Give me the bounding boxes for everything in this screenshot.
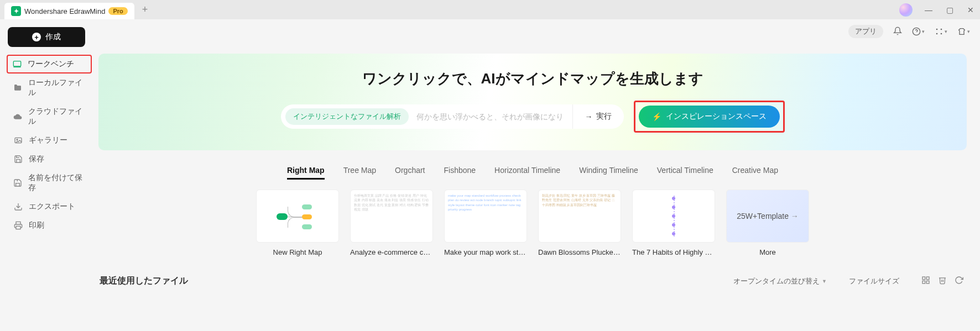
inspiration-button[interactable]: ⚡ インスピレーションスペース: [639, 106, 780, 128]
sort-label: オープンタイムの並び替え: [733, 276, 820, 286]
template-card[interactable]: 分析电商文案 品牌 产品 价格 促销 渠道 用户 转化 流量 内容 标题 卖点 …: [350, 190, 433, 256]
ai-prompt-input[interactable]: [409, 112, 572, 121]
filesize-dropdown[interactable]: ファイルサイズ: [849, 276, 899, 286]
chevron-down-icon: ▼: [822, 279, 827, 284]
execute-button[interactable]: → 実行: [572, 104, 624, 129]
template-tabs: Right MapTree MapOrgchartFishboneHorizon…: [98, 166, 967, 180]
template-label: More: [726, 248, 809, 256]
close-button[interactable]: ✕: [966, 6, 976, 14]
svg-point-8: [936, 29, 938, 30]
shirt-menu[interactable]: ▾: [957, 27, 970, 36]
minimize-button[interactable]: —: [924, 6, 934, 14]
template-label: Dawn Blossoms Plucked at...: [538, 248, 621, 256]
sort-dropdown[interactable]: オープンタイムの並び替え ▼: [733, 276, 827, 286]
template-tab[interactable]: Tree Map: [343, 166, 376, 180]
create-label: 作成: [45, 32, 61, 42]
help-menu[interactable]: ▾: [912, 27, 925, 36]
template-card[interactable]: The 7 Habits of Highly Effe...: [632, 190, 715, 256]
svg-rect-12: [922, 277, 925, 280]
svg-rect-5: [16, 226, 20, 229]
svg-point-11: [941, 33, 942, 35]
sidebar-item-label: エクスポート: [29, 202, 75, 212]
recent-files-bar: 最近使用したファイル オープンタイムの並び替え ▼ ファイルサイズ: [98, 275, 967, 287]
top-icon-row: アプリ ▾ ▾ ▾: [848, 25, 970, 38]
main-area: アプリ ▾ ▾ ▾ ワンクリックで、AIがマインドマップを生成します イ: [98, 19, 980, 331]
template-thumb: 25W+Template →: [726, 190, 809, 243]
folder-icon: [13, 83, 23, 93]
template-thumb: 朝花夕拾 鲁迅 回忆 童年 故乡 百草园 三味书屋 藤野先生 范爱农 阿长 山海…: [538, 190, 621, 243]
template-tab[interactable]: Right Map: [287, 166, 325, 180]
more-text: 25W+Template →: [737, 212, 799, 220]
plus-circle-icon: +: [32, 33, 41, 41]
bell-icon[interactable]: [893, 27, 902, 37]
grid-view-icon[interactable]: [921, 276, 930, 287]
template-card[interactable]: 朝花夕拾 鲁迅 回忆 童年 故乡 百草园 三味书屋 藤野先生 范爱农 阿长 山海…: [538, 190, 621, 256]
template-label: The 7 Habits of Highly Effe...: [632, 248, 715, 256]
sidebar-item-2[interactable]: クラウドファイル: [8, 102, 91, 131]
sidebar-item-1[interactable]: ローカルファイル: [8, 73, 91, 102]
template-tab[interactable]: Horizontal Timeline: [494, 166, 560, 180]
sidebar-item-7[interactable]: 印刷: [8, 216, 91, 235]
inspiration-label: インスピレーションスペース: [666, 112, 767, 122]
template-thumb: make your map standard workflow process …: [444, 190, 527, 243]
maximize-button[interactable]: ▢: [945, 6, 955, 14]
save-as-icon: [13, 178, 23, 188]
app-name: Wondershare EdrawMind: [24, 7, 105, 15]
sidebar-item-label: クラウドファイル: [28, 107, 85, 127]
svg-point-9: [941, 29, 942, 30]
sidebar-item-0[interactable]: ワークベンチ: [7, 55, 92, 73]
filesize-label: ファイルサイズ: [849, 276, 899, 286]
arrow-right-icon: →: [791, 212, 799, 220]
template-tab[interactable]: Fishbone: [444, 166, 476, 180]
sidebar-item-5[interactable]: 名前を付けて保存: [8, 169, 91, 197]
app-tab[interactable]: ✦ Wondershare EdrawMind Pro: [4, 3, 134, 19]
save-icon: [13, 154, 23, 164]
new-tab-button[interactable]: +: [142, 4, 148, 15]
bolt-icon: ⚡: [652, 112, 661, 121]
sidebar: + 作成 ワークベンチローカルファイルクラウドファイルギャラリー保存名前を付けて…: [0, 19, 98, 331]
image-icon: [13, 135, 23, 145]
template-tab[interactable]: Vertical Timeline: [657, 166, 713, 180]
sidebar-item-3[interactable]: ギャラリー: [8, 131, 91, 150]
account-orb-icon[interactable]: [899, 3, 913, 17]
hero-title: ワンクリックで、AIがマインドマップを生成します: [98, 69, 967, 88]
svg-rect-13: [926, 277, 929, 280]
template-tab[interactable]: Creative Map: [732, 166, 778, 180]
svg-rect-0: [13, 61, 20, 66]
sidebar-item-label: ローカルファイル: [28, 78, 85, 98]
create-button[interactable]: + 作成: [8, 27, 85, 47]
inspiration-highlight: ⚡ インスピレーションスペース: [634, 101, 785, 133]
template-label: Make your map work stan...: [444, 248, 527, 256]
sidebar-item-label: 保存: [29, 154, 44, 164]
sidebar-item-label: 印刷: [29, 220, 44, 230]
sidebar-item-label: ギャラリー: [29, 135, 67, 145]
grid-menu[interactable]: ▾: [935, 27, 947, 36]
template-more[interactable]: 25W+Template →More: [726, 190, 809, 256]
arrow-right-icon: →: [585, 112, 593, 121]
exec-label: 実行: [596, 112, 612, 122]
sidebar-item-6[interactable]: エクスポート: [8, 197, 91, 216]
cloud-icon: [13, 112, 23, 122]
sidebar-item-4[interactable]: 保存: [8, 150, 91, 169]
monitor-icon: [12, 59, 22, 69]
svg-rect-15: [926, 281, 929, 283]
app-chip[interactable]: アプリ: [848, 25, 883, 38]
trash-icon[interactable]: [938, 276, 947, 287]
template-label: Analyze e-commerce copy...: [350, 248, 433, 256]
template-tab[interactable]: Orgchart: [395, 166, 425, 180]
svg-point-3: [17, 139, 18, 140]
svg-point-10: [936, 33, 938, 35]
template-card[interactable]: make your map standard workflow process …: [444, 190, 527, 256]
template-label: New Right Map: [256, 248, 339, 256]
template-card[interactable]: New Right Map: [256, 190, 339, 256]
recent-title: 最近使用したファイル: [100, 275, 188, 287]
refresh-icon[interactable]: [955, 276, 963, 287]
ai-hero-banner: ワンクリックで、AIがマインドマップを生成します インテリジェントなファイル解析…: [98, 54, 967, 150]
sidebar-item-label: ワークベンチ: [28, 59, 74, 69]
template-thumb: 分析电商文案 品牌 产品 价格 促销 渠道 用户 转化 流量 内容 标题 卖点 …: [350, 190, 433, 243]
pro-badge: Pro: [108, 7, 127, 15]
intelligent-chip[interactable]: インテリジェントなファイル解析: [285, 108, 409, 125]
sidebar-item-label: 名前を付けて保存: [28, 173, 85, 193]
template-tab[interactable]: Winding Timeline: [579, 166, 638, 180]
template-thumb: [256, 190, 339, 243]
